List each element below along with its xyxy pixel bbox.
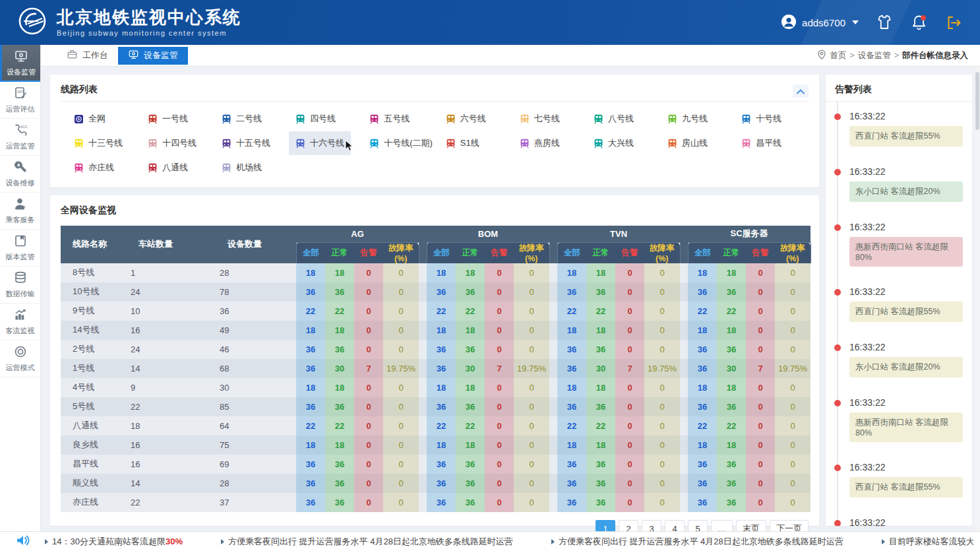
line-label: 四号线	[310, 113, 336, 125]
sidebar-item-7[interactable]: 数据传输	[0, 267, 40, 304]
cell-line: 8号线	[61, 263, 127, 282]
table-row[interactable]: 14号线1649181800181800181800181800	[61, 321, 811, 340]
line-item[interactable]: 八号线	[587, 107, 640, 131]
table-row[interactable]: 1号线14683630719.75%3630719.75%3630719.75%…	[61, 359, 811, 378]
line-item[interactable]: 二号线	[215, 107, 268, 131]
cell-alarm: 0	[615, 321, 644, 340]
cell-normal: 36	[717, 474, 746, 493]
sidebar-item-2[interactable]: AFC运营评估	[0, 82, 40, 119]
table-row[interactable]: 昌平线1669363600363600363600363600	[61, 455, 811, 474]
alarm-item[interactable]: 16:33:22东小口站 客流超限20%	[826, 166, 972, 202]
line-item[interactable]: 一号线	[141, 107, 195, 131]
line-item[interactable]: 八通线	[141, 156, 195, 179]
table-row[interactable]: 10号线2478363600363600363600363600	[61, 282, 811, 302]
table-row[interactable]: 亦庄线2237363600363600363600363600	[61, 493, 811, 512]
line-item[interactable]: 机场线	[215, 156, 268, 179]
table-row[interactable]: 八通线1864222200222200222200222200	[61, 416, 811, 436]
line-item[interactable]: S1线	[439, 131, 486, 155]
cell-fault-rate: 0	[383, 397, 419, 416]
line-item[interactable]: 全网	[67, 107, 112, 131]
subway-logo-icon	[17, 6, 47, 39]
breadcrumb-item-2[interactable]: 设备监管	[858, 50, 891, 61]
sidebar-item-1[interactable]: 设备监管	[0, 45, 40, 82]
sidebar-item-label: 乘客服务	[6, 215, 35, 225]
alarm-item[interactable]: 16:33:22东小口站 客流超限20%	[826, 342, 972, 377]
table-row[interactable]: 8号线128181800181800181800181800	[61, 263, 811, 282]
cell-alarm: 0	[485, 436, 514, 455]
sub-header: 故障率(%)	[775, 242, 811, 263]
cell-fault-rate: 0	[383, 378, 419, 397]
line-item[interactable]: 亦庄线	[67, 156, 121, 179]
table-row[interactable]: 顺义线1428363600363600363600363600	[61, 474, 811, 493]
alarm-item[interactable]: 16:33:22西直门站 客流超限55%	[826, 286, 972, 322]
alarm-item[interactable]: 16:33:22惠新西街南口站 客流超限80%	[826, 222, 972, 267]
user-menu[interactable]: adds6700	[781, 14, 859, 32]
sidebar-item-4[interactable]: 设备维修	[0, 156, 40, 193]
cell-stations: 1	[127, 263, 216, 282]
line-item[interactable]: 十号线	[735, 107, 788, 131]
scrollbar-thumb[interactable]	[975, 72, 979, 130]
line-label: 七号线	[534, 113, 560, 125]
cell-stations: 14	[127, 474, 216, 493]
cell-all: 18	[296, 436, 325, 455]
group-header: TVN	[557, 226, 680, 242]
table-row[interactable]: 5号线2285363600363600363600363600	[61, 397, 811, 416]
cell-normal: 30	[325, 359, 354, 378]
collapse-panel-button[interactable]	[793, 84, 809, 98]
line-item[interactable]: 昌平线	[735, 131, 788, 155]
logout-icon[interactable]	[945, 14, 963, 32]
ticker-arrow-icon	[551, 539, 555, 544]
tab-2[interactable]: 设备监管	[118, 47, 188, 65]
sidebar-item-9[interactable]: 运营模式	[0, 340, 40, 377]
table-row[interactable]: 4号线930181800181800181800181800	[61, 378, 811, 397]
line-label: 二号线	[236, 113, 262, 125]
line-label: 十号线	[756, 113, 781, 125]
cell-fault-rate: 0	[775, 436, 811, 455]
line-item[interactable]: 四号线	[289, 107, 342, 131]
ticker-item: 方便乘客夜间出行 提升运营服务水平 4月28日起北京地铁多条线路延时运营	[221, 536, 513, 548]
line-item[interactable]: 五号线	[363, 107, 416, 131]
table-row[interactable]: 2号线2446363600363600363600363600	[61, 340, 811, 359]
alarm-list[interactable]: 16:33:22西直门站 客流超限55%16:33:22东小口站 客流超限20%…	[826, 102, 972, 526]
sidebar-item-5[interactable]: 乘客服务	[0, 193, 40, 230]
cell-normal: 36	[717, 397, 746, 416]
app-title: 北京地铁监视中心系统	[57, 8, 241, 27]
theme-shirt-icon[interactable]	[876, 14, 893, 31]
table-row[interactable]: 良乡线1675181800181800181800181800	[61, 436, 811, 455]
cell-alarm: 0	[746, 302, 775, 321]
cell-all: 22	[557, 416, 586, 436]
line-item[interactable]: 九号线	[661, 107, 714, 131]
sidebar-item-6[interactable]: 版本监管	[0, 230, 40, 267]
line-item[interactable]: 十六号线	[289, 131, 351, 155]
alarm-dot-icon	[834, 224, 841, 231]
line-item[interactable]: 燕房线	[513, 131, 567, 155]
line-item[interactable]: 房山线	[661, 131, 714, 155]
table-row[interactable]: 9号线1036222200222200222200222200	[61, 302, 811, 321]
cell-line: 5号线	[61, 397, 127, 416]
cell-devices: 46	[216, 340, 288, 359]
sidebar-item-8[interactable]: 客流监视	[0, 304, 40, 340]
chevron-down-icon	[852, 20, 859, 24]
cell-normal: 36	[456, 474, 485, 493]
notification-bell-icon[interactable]	[910, 14, 928, 32]
line-item[interactable]: 十号线(二期)	[363, 131, 439, 155]
line-item[interactable]: 七号线	[513, 107, 567, 131]
train-icon	[222, 163, 231, 173]
sidebar-item-3[interactable]: ACC运营监管	[0, 119, 40, 156]
line-item[interactable]: 六号线	[439, 107, 493, 131]
cell-fault-rate: 0	[775, 378, 811, 397]
line-item[interactable]: 十五号线	[215, 131, 277, 155]
scrollbar-track[interactable]	[975, 67, 980, 531]
alarm-item[interactable]: 16:33:22西直门站 客流超限55%	[826, 462, 972, 498]
line-item[interactable]: 十四号线	[141, 131, 203, 155]
line-item[interactable]: 十三号线	[67, 131, 129, 155]
alarm-item[interactable]: 16:33:22西直门站 客流超限55%	[826, 111, 972, 146]
cell-fault-rate: 0	[775, 321, 811, 340]
alarm-item[interactable]: 16:33:22惠新西街南口站 客流超限80%	[826, 397, 972, 442]
tab-1[interactable]: 工作台	[57, 47, 118, 65]
breadcrumb-item-1[interactable]: 首页	[830, 50, 846, 61]
train-icon	[520, 139, 530, 148]
alarm-item[interactable]: 16:33:22东小口站 客流超限20%	[826, 517, 972, 526]
line-item[interactable]: 大兴线	[587, 131, 640, 155]
ticker-item: 目前呼家楼站客流较大,6号线下行(开往海淀五路居方向)在呼家楼站采取部分在呼家楼…	[882, 536, 973, 548]
